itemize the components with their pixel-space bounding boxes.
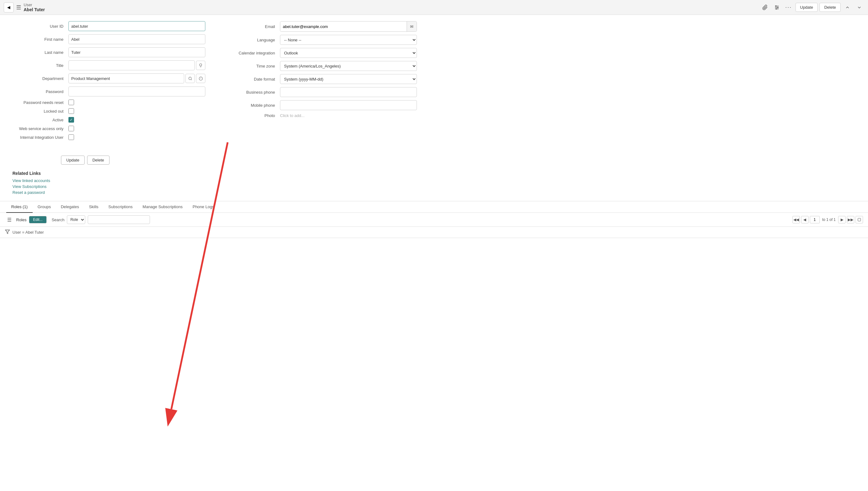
view-subscriptions-link[interactable]: View Subscriptions bbox=[12, 184, 868, 189]
first-name-input[interactable] bbox=[68, 34, 205, 44]
tab-phone-logs[interactable]: Phone Logs bbox=[188, 201, 219, 213]
department-search-button[interactable] bbox=[185, 74, 195, 83]
main-content: User ID First name Last name Title bbox=[0, 15, 868, 149]
user-id-label: User ID bbox=[12, 24, 68, 29]
title-suggestion-button[interactable] bbox=[196, 61, 205, 70]
tab-roles[interactable]: Roles (1) bbox=[6, 201, 33, 213]
user-id-row: User ID bbox=[12, 21, 205, 31]
header-update-button[interactable]: Update bbox=[796, 3, 818, 12]
timezone-row: Time zone System (America/Los_Angeles) bbox=[224, 61, 417, 71]
info-icon bbox=[199, 77, 203, 81]
sliders-icon bbox=[774, 5, 780, 10]
business-phone-label: Business phone bbox=[224, 90, 280, 94]
form-delete-button[interactable]: Delete bbox=[87, 155, 110, 165]
last-name-row: Last name bbox=[12, 47, 205, 57]
active-checkbox[interactable]: ✓ bbox=[68, 117, 74, 123]
header-title: User Abel Tuter bbox=[24, 2, 45, 12]
title-row: Title bbox=[12, 60, 205, 70]
scroll-up-button[interactable] bbox=[842, 2, 852, 12]
svg-point-6 bbox=[188, 77, 191, 80]
back-button[interactable]: ◀ bbox=[4, 2, 14, 12]
reset-password-link[interactable]: Reset a password bbox=[12, 190, 868, 195]
table-roles-label: Roles bbox=[16, 218, 26, 222]
language-label: Language bbox=[224, 38, 280, 42]
table-edit-button[interactable]: Edit... bbox=[29, 216, 47, 223]
page-number-input[interactable] bbox=[810, 216, 820, 223]
department-row: Department bbox=[12, 74, 205, 83]
svg-rect-11 bbox=[858, 219, 861, 221]
title-input[interactable] bbox=[68, 60, 195, 70]
filter-icon bbox=[5, 229, 10, 235]
tabs-header: Roles (1) Groups Delegates Skills Subscr… bbox=[0, 201, 868, 213]
photo-placeholder[interactable]: Click to add... bbox=[280, 113, 336, 118]
timezone-label: Time zone bbox=[224, 64, 280, 68]
timezone-select[interactable]: System (America/Los_Angeles) bbox=[280, 61, 417, 71]
locked-out-row: Locked out bbox=[12, 108, 205, 114]
password-input[interactable] bbox=[68, 87, 205, 96]
page-last-button[interactable]: ▶▶ bbox=[847, 216, 854, 223]
web-service-row: Web service access only bbox=[12, 126, 205, 131]
user-id-input[interactable] bbox=[68, 21, 205, 31]
locked-out-label: Locked out bbox=[12, 109, 68, 114]
back-icon: ◀ bbox=[7, 5, 10, 10]
date-format-select[interactable]: System (yyyy-MM-dd) bbox=[280, 74, 417, 84]
header-right: ··· Update Delete bbox=[760, 2, 865, 12]
language-select[interactable]: -- None -- bbox=[280, 35, 417, 45]
tab-groups[interactable]: Groups bbox=[33, 201, 56, 213]
mobile-phone-input[interactable] bbox=[280, 100, 417, 110]
collapse-button[interactable] bbox=[856, 216, 863, 223]
arrow-up-icon bbox=[845, 5, 850, 10]
more-options-button[interactable]: ··· bbox=[784, 2, 794, 12]
filter-row: User = Abel Tuter bbox=[0, 227, 868, 238]
web-service-label: Web service access only bbox=[12, 126, 68, 131]
collapse-icon bbox=[858, 218, 861, 222]
hamburger-icon[interactable]: ☰ bbox=[16, 4, 21, 11]
password-label: Password bbox=[12, 89, 68, 94]
email-input[interactable] bbox=[280, 22, 407, 31]
department-info-button[interactable] bbox=[196, 74, 205, 83]
form-left: User ID First name Last name Title bbox=[12, 21, 205, 143]
department-input[interactable] bbox=[68, 74, 184, 83]
table-menu-icon[interactable]: ☰ bbox=[5, 215, 14, 224]
mobile-phone-label: Mobile phone bbox=[224, 103, 280, 108]
last-name-label: Last name bbox=[12, 50, 68, 55]
department-label: Department bbox=[12, 76, 68, 81]
date-format-row: Date format System (yyyy-MM-dd) bbox=[224, 74, 417, 84]
paperclip-button[interactable] bbox=[760, 2, 770, 12]
business-phone-input[interactable] bbox=[280, 87, 417, 97]
calendar-select[interactable]: Outlook bbox=[280, 48, 417, 58]
tab-subscriptions[interactable]: Subscriptions bbox=[103, 201, 138, 213]
lightbulb-icon bbox=[199, 63, 203, 67]
form-update-button[interactable]: Update bbox=[61, 155, 85, 165]
page-first-button[interactable]: ◀◀ bbox=[792, 216, 800, 223]
scroll-down-button[interactable] bbox=[854, 2, 864, 12]
tab-delegates[interactable]: Delegates bbox=[56, 201, 84, 213]
email-input-group: ✉ bbox=[280, 21, 417, 32]
svg-marker-12 bbox=[5, 230, 9, 234]
tab-manage-subscriptions[interactable]: Manage Subscriptions bbox=[138, 201, 188, 213]
photo-row: Photo Click to add... bbox=[224, 113, 417, 118]
pagination: ◀◀ ◀ to 1 of 1 ▶ ▶▶ bbox=[792, 216, 863, 223]
locked-out-checkbox[interactable] bbox=[68, 108, 74, 114]
internal-integration-checkbox[interactable] bbox=[68, 135, 74, 140]
table-toolbar: ☰ Roles Edit... Search Role ◀◀ ◀ to 1 of… bbox=[0, 213, 868, 227]
email-label: Email bbox=[224, 24, 280, 29]
table-search-select[interactable]: Role bbox=[67, 215, 85, 224]
page-prev-button[interactable]: ◀ bbox=[801, 216, 809, 223]
header-delete-button[interactable]: Delete bbox=[819, 3, 841, 12]
view-linked-accounts-link[interactable]: View linked accounts bbox=[12, 178, 868, 183]
header-left: ◀ ☰ User Abel Tuter bbox=[4, 2, 757, 12]
page-total: to 1 of 1 bbox=[821, 218, 837, 222]
last-name-input[interactable] bbox=[68, 47, 205, 57]
tab-skills[interactable]: Skills bbox=[84, 201, 103, 213]
sliders-button[interactable] bbox=[772, 2, 782, 12]
search-icon bbox=[188, 77, 192, 81]
email-icon: ✉ bbox=[407, 22, 417, 31]
title-label: Title bbox=[12, 63, 68, 68]
table-search-input[interactable] bbox=[88, 215, 150, 224]
internal-integration-row: Internal Integration User bbox=[12, 135, 205, 140]
title-input-group bbox=[68, 60, 205, 70]
password-reset-checkbox[interactable] bbox=[68, 99, 74, 105]
web-service-checkbox[interactable] bbox=[68, 126, 74, 131]
page-next-button[interactable]: ▶ bbox=[838, 216, 846, 223]
